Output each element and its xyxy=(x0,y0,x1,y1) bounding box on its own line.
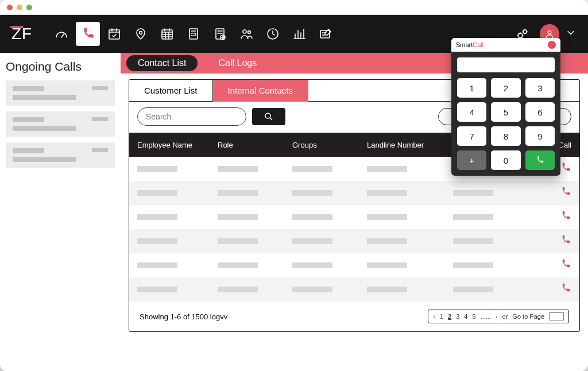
make-call-button[interactable] xyxy=(528,210,571,224)
make-call-button[interactable] xyxy=(528,258,571,272)
page-1[interactable]: 1 xyxy=(440,313,443,320)
app-logo: ZF xyxy=(11,25,32,43)
table-row xyxy=(129,277,579,302)
table-row xyxy=(129,253,579,277)
ongoing-call-card[interactable] xyxy=(6,80,115,106)
tab-contact-list[interactable]: Contact List xyxy=(126,55,198,71)
page-goto-label: Go to Page xyxy=(512,313,544,320)
user-menu-chevron-icon[interactable] xyxy=(565,27,577,41)
window-max-dot[interactable] xyxy=(26,5,32,10)
nav-people-icon[interactable] xyxy=(234,22,258,46)
search-button[interactable] xyxy=(252,108,285,125)
dialer-key-5[interactable]: 5 xyxy=(491,102,520,122)
dialer-popup: SmartCall 123456789+0 xyxy=(451,38,560,176)
page-2[interactable]: 2 xyxy=(448,313,451,320)
nav-gauge-icon[interactable] xyxy=(49,22,74,46)
page-next[interactable]: › xyxy=(496,313,498,320)
dialer-key-7[interactable]: 7 xyxy=(457,126,486,146)
table-row xyxy=(129,229,579,253)
page-3[interactable]: 3 xyxy=(456,313,459,320)
table-row xyxy=(129,205,579,229)
dialer-key-6[interactable]: 6 xyxy=(525,102,555,122)
col-employee: Employee Name xyxy=(137,141,218,149)
dialer-key-3[interactable]: 3 xyxy=(525,78,555,98)
window-titlebar xyxy=(0,0,588,15)
dialer-key-8[interactable]: 8 xyxy=(491,126,520,146)
footer-showing-text: Showing 1-6 of 1500 logvv xyxy=(140,312,227,321)
nav-bars-icon[interactable] xyxy=(287,22,311,46)
dialer-call-button[interactable] xyxy=(525,150,555,170)
nav-clock-icon[interactable] xyxy=(261,22,285,46)
dialer-key-1[interactable]: 1 xyxy=(457,78,486,98)
page-or: or xyxy=(502,313,508,320)
subtab-customer-list[interactable]: Customer List xyxy=(129,80,213,102)
search-input[interactable] xyxy=(137,107,246,126)
nav-pin-icon[interactable] xyxy=(129,22,153,46)
nav-note-edit-icon[interactable] xyxy=(314,22,338,46)
make-call-button[interactable] xyxy=(528,186,571,200)
sidebar: Ongoing Calls xyxy=(0,53,121,371)
page-goto-input[interactable] xyxy=(549,312,564,320)
make-call-button[interactable] xyxy=(528,234,571,248)
make-call-button[interactable] xyxy=(528,283,571,296)
tab-call-logs[interactable]: Call Logs xyxy=(207,55,268,71)
nav-calculator-icon[interactable] xyxy=(181,22,206,46)
window-close-dot[interactable] xyxy=(7,5,13,10)
ongoing-call-card[interactable] xyxy=(6,111,115,137)
col-role: Role xyxy=(218,141,292,149)
page-5[interactable]: 5 xyxy=(472,313,475,320)
dialer-key-0[interactable]: 0 xyxy=(491,150,520,170)
col-groups: Groups xyxy=(292,141,367,149)
dialer-close-icon[interactable] xyxy=(548,41,556,49)
table-row xyxy=(129,181,579,205)
dialer-plus-key[interactable]: + xyxy=(457,150,486,170)
svg-point-6 xyxy=(243,30,246,33)
nav-grid-calendar-icon[interactable] xyxy=(155,22,179,46)
svg-rect-0 xyxy=(109,30,119,39)
svg-point-1 xyxy=(140,32,142,34)
col-landline: Landline Number xyxy=(367,141,453,149)
subtab-internal-contacts[interactable]: Internal Contacts xyxy=(213,80,308,102)
nav-calendar-check-icon[interactable] xyxy=(102,22,126,46)
ongoing-call-card[interactable] xyxy=(6,142,115,168)
svg-point-12 xyxy=(548,31,551,34)
dialer-key-2[interactable]: 2 xyxy=(491,78,520,98)
dialer-key-9[interactable]: 9 xyxy=(525,126,555,146)
dialer-key-4[interactable]: 4 xyxy=(457,102,486,122)
sidebar-title: Ongoing Calls xyxy=(6,60,115,74)
svg-point-7 xyxy=(248,31,251,34)
svg-rect-3 xyxy=(189,29,198,39)
dialer-brand: SmartCall xyxy=(456,41,483,48)
page-4[interactable]: 4 xyxy=(464,313,467,320)
window-min-dot[interactable] xyxy=(17,5,22,10)
pagination: ‹ 1 2 3 4 5 ...... › or Go to Page xyxy=(428,310,569,323)
dialer-display[interactable] xyxy=(457,57,555,72)
nav-phone-icon[interactable] xyxy=(76,22,100,46)
svg-point-13 xyxy=(265,113,270,118)
nav-doc-currency-icon[interactable] xyxy=(208,22,232,46)
page-more: ...... xyxy=(481,313,491,320)
page-prev[interactable]: ‹ xyxy=(433,313,435,320)
